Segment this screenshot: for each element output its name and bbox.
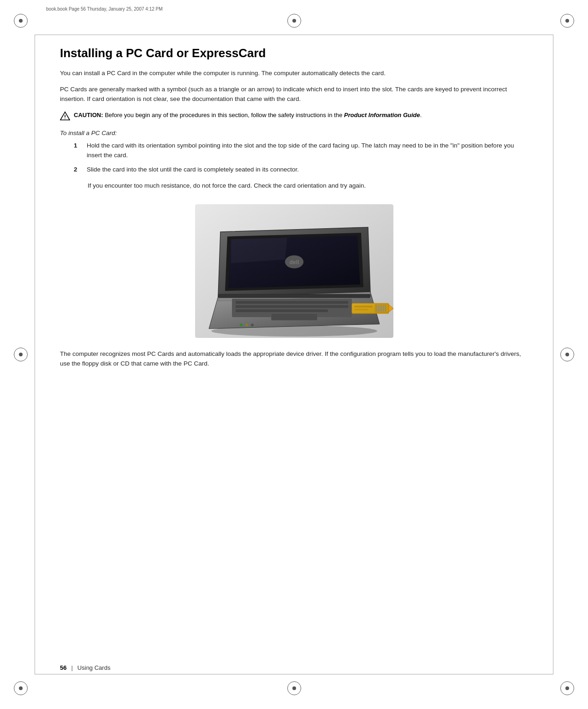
margin-left: [35, 35, 35, 674]
reg-mark-tl: [14, 14, 28, 28]
reg-mark-tr: [560, 14, 574, 28]
svg-text:dell: dell: [289, 259, 299, 266]
svg-point-29: [240, 324, 243, 326]
caution-italic: Product Information Guide: [344, 112, 420, 118]
italic-intro: To install a PC Card:: [60, 130, 528, 136]
step-2-subtext: If you encounter too much resistance, do…: [88, 181, 528, 191]
footer-section-label: Using Cards: [77, 664, 111, 671]
reg-mark-br: [560, 681, 574, 695]
laptop-svg: dell: [195, 204, 393, 338]
numbered-list: 1 Hold the card with its orientation sym…: [74, 141, 528, 175]
step-1-num: 1: [74, 141, 81, 160]
svg-rect-24: [380, 305, 380, 312]
step-1: 1 Hold the card with its orientation sym…: [74, 141, 528, 160]
main-content: Installing a PC Card or ExpressCard You …: [60, 46, 528, 658]
page: book.book Page 56 Thursday, January 25, …: [0, 0, 588, 709]
reg-mark-bl: [14, 681, 28, 695]
svg-rect-22: [376, 305, 377, 312]
svg-marker-14: [231, 238, 287, 263]
reg-mark-bm: [287, 681, 301, 695]
svg-point-30: [245, 324, 248, 326]
header-strip: book.book Page 56 Thursday, January 25, …: [46, 6, 542, 12]
footer-separator: |: [71, 664, 72, 671]
step-2: 2 Slide the card into the slot until the…: [74, 165, 528, 175]
margin-top: [35, 35, 553, 35]
reg-mark-rm: [560, 348, 574, 361]
caution-label: CAUTION:: [74, 112, 103, 118]
paragraph-3: The computer recognizes most PC Cards an…: [60, 349, 528, 369]
footer: 56 | Using Cards: [60, 664, 528, 671]
caution-end: .: [420, 112, 422, 118]
reg-mark-tm: [287, 14, 301, 28]
svg-rect-10: [271, 313, 317, 320]
svg-point-31: [251, 324, 254, 326]
paragraph-2: PC Cards are generally marked with a sym…: [60, 85, 528, 104]
svg-rect-25: [381, 305, 382, 312]
svg-rect-8: [236, 305, 348, 308]
laptop-image: dell: [195, 204, 393, 338]
image-area: dell: [60, 204, 528, 338]
step-2-num: 2: [74, 165, 81, 175]
margin-right: [553, 35, 553, 674]
reg-mark-lm: [14, 348, 28, 361]
svg-point-1: [65, 118, 65, 119]
caution-box: CAUTION: Before you begin any of the pro…: [60, 111, 528, 123]
header-text: book.book Page 56 Thursday, January 25, …: [46, 6, 163, 12]
svg-rect-20: [354, 306, 373, 307]
svg-rect-9: [236, 309, 328, 312]
svg-rect-21: [354, 309, 368, 310]
svg-rect-26: [383, 305, 384, 312]
svg-rect-27: [385, 305, 386, 312]
svg-rect-7: [236, 301, 348, 304]
svg-rect-23: [378, 305, 379, 312]
paragraph-1: You can install a PC Card in the compute…: [60, 69, 528, 78]
step-1-text: Hold the card with its orientation symbo…: [87, 141, 528, 160]
step-2-text: Slide the card into the slot until the c…: [87, 165, 528, 175]
page-heading: Installing a PC Card or ExpressCard: [60, 46, 528, 60]
svg-rect-15: [218, 294, 370, 298]
page-number: 56: [60, 664, 66, 671]
caution-icon: [60, 111, 70, 123]
margin-bottom: [35, 674, 553, 674]
caution-body: Before you begin any of the procedures i…: [105, 112, 342, 118]
caution-text: CAUTION: Before you begin any of the pro…: [74, 111, 422, 120]
